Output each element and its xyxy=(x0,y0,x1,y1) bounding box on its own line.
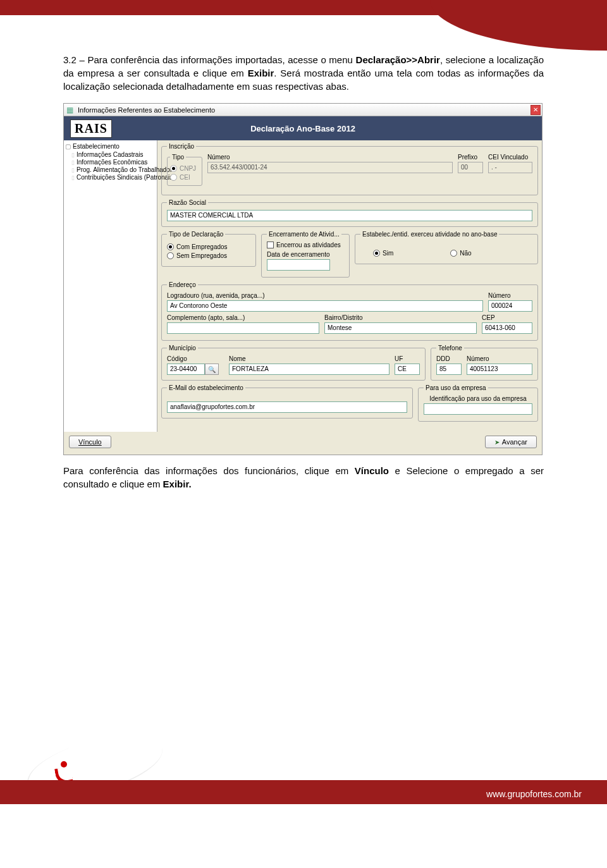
ddd-label: DDD xyxy=(436,355,462,362)
endereco-legend: Endereço xyxy=(167,281,198,288)
fieldset-inscricao: Inscrição Tipo CNPJ CEI xyxy=(161,143,538,195)
radio-icon xyxy=(167,243,174,250)
data-encerr-label: Data de encerramento xyxy=(267,251,344,258)
end-num-label: Número xyxy=(488,292,532,299)
dialog-footer: Vínculo Avançar xyxy=(64,432,542,455)
municipio-legend: Município xyxy=(167,345,198,351)
uso-emp-label: Identificação para uso da empresa xyxy=(424,395,532,402)
inscricao-legend: Inscrição xyxy=(167,143,196,150)
avancar-button[interactable]: Avançar xyxy=(485,436,537,448)
cep-label: CEP xyxy=(482,314,532,321)
razao-legend: Razão Social xyxy=(167,199,208,206)
bairro-input[interactable]: Montese xyxy=(324,322,477,334)
logr-label: Logradouro (rua, avenida, praça...) xyxy=(167,292,483,299)
data-encerr-input[interactable] xyxy=(267,259,330,271)
compl-label: Complemento (apto, sala...) xyxy=(167,314,319,321)
footer-url: www.grupofortes.com.br xyxy=(486,789,582,799)
banner-title: Declaração Ano-Base 2012 xyxy=(250,124,355,133)
exerceu-legend: Estabelec./entid. exerceu atividade no a… xyxy=(360,231,499,238)
uso-emp-input[interactable] xyxy=(424,403,532,415)
tree-pane: Estabelecimento Informações Cadastrais I… xyxy=(64,140,157,432)
fieldset-telefone: Telefone DDD 85 Número 40051123 xyxy=(431,345,538,381)
prefixo-label: Prefixo xyxy=(458,154,483,161)
radio-com-empregados[interactable]: Com Empregados xyxy=(167,243,250,250)
app-banner: RAIS Declaração Ano-Base 2012 xyxy=(64,116,542,140)
arrow-right-icon xyxy=(494,438,500,446)
end-num-input[interactable]: 000024 xyxy=(488,300,532,312)
cep-input[interactable]: 60413-060 xyxy=(482,322,532,334)
fieldset-encerramento: Encerramento de Ativid... Encerrou as at… xyxy=(261,231,350,278)
tree-item-sindicais[interactable]: Contribuições Sindicais (Patronais) xyxy=(65,174,156,181)
radio-cei[interactable]: CEI xyxy=(170,174,199,181)
logr-input[interactable]: Av Contorono Oeste xyxy=(167,300,483,312)
app-screenshot: Informações Referentes ao Estabeleciment… xyxy=(63,103,543,455)
form-pane: Inscrição Tipo CNPJ CEI xyxy=(157,140,542,432)
radio-sem-empregados[interactable]: Sem Empregados xyxy=(167,252,250,259)
nome-input[interactable]: FORTALEZA xyxy=(229,364,389,375)
fieldset-endereco: Endereço Logradouro (rua, avenida, praça… xyxy=(161,281,538,341)
tipo-decl-legend: Tipo de Declaração xyxy=(167,231,225,238)
razao-input[interactable]: MASTER COMERCIAL LTDA xyxy=(167,210,532,221)
tree-root[interactable]: Estabelecimento xyxy=(65,143,156,150)
window-titlebar: Informações Referentes ao Estabeleciment… xyxy=(64,104,542,116)
radio-icon xyxy=(170,165,177,172)
vinculo-button[interactable]: Vínculo xyxy=(69,436,111,448)
fieldset-email: E-Mail do estabelecimento anaflavia@grup… xyxy=(161,384,413,419)
magnifier-icon: 🔍 xyxy=(208,366,216,373)
email-legend: E-Mail do estabelecimento xyxy=(167,384,245,391)
radio-icon xyxy=(167,252,174,259)
checkbox-icon xyxy=(267,241,274,248)
fieldset-exerceu: Estabelec./entid. exerceu atividade no a… xyxy=(355,231,538,264)
cei-vinc-input[interactable]: . - xyxy=(488,162,532,173)
close-icon[interactable]: ✕ xyxy=(530,105,541,115)
tel-num-input[interactable]: 40051123 xyxy=(467,364,532,375)
fieldset-municipio: Município Código 23-04400 🔍 Nome xyxy=(161,345,426,381)
ddd-input[interactable]: 85 xyxy=(436,364,462,375)
radio-nao[interactable]: Não xyxy=(450,250,471,257)
doc-footer: FORTES www.grupofortes.com.br xyxy=(0,728,607,804)
encerr-legend: Encerramento de Ativid... xyxy=(267,231,341,238)
paragraph-2: Para conferência das informações dos fun… xyxy=(63,464,544,491)
tree-item-cadastrais[interactable]: Informações Cadastrais xyxy=(65,151,156,158)
compl-input[interactable] xyxy=(167,322,319,334)
telefone-legend: Telefone xyxy=(436,345,464,351)
tipo-legend: Tipo xyxy=(170,154,186,161)
prefixo-input[interactable]: 00 xyxy=(458,162,483,173)
fieldset-uso-empresa: Para uso da empresa Identificação para u… xyxy=(418,384,538,422)
fieldset-tipo: Tipo CNPJ CEI xyxy=(167,154,202,186)
tel-num-label: Número xyxy=(467,355,532,362)
radio-icon xyxy=(170,174,177,181)
cod-label: Código xyxy=(167,355,224,362)
check-encerrou[interactable]: Encerrou as atividades xyxy=(267,241,344,248)
window-title: Informações Referentes ao Estabeleciment… xyxy=(78,106,215,114)
rais-logo: RAIS xyxy=(70,119,112,138)
zoom-button[interactable]: 🔍 xyxy=(205,364,219,375)
radio-cnpj[interactable]: CNPJ xyxy=(170,165,199,172)
radio-icon xyxy=(450,250,457,257)
fieldset-tipo-declaracao: Tipo de Declaração Com Empregados Sem Em… xyxy=(161,231,256,267)
radio-icon xyxy=(373,250,380,257)
tree-item-economicas[interactable]: Informações Econômicas xyxy=(65,159,156,166)
tree-item-alimentacao[interactable]: Prog. Alimentação do Trabalhador xyxy=(65,166,156,173)
cod-input[interactable]: 23-04400 xyxy=(167,364,205,375)
paragraph-1: 3.2 – Para conferência das informações i… xyxy=(63,53,544,93)
window-icon xyxy=(66,106,75,114)
uf-label: UF xyxy=(395,355,420,362)
email-input[interactable]: anaflavia@grupofortes.com.br xyxy=(167,401,407,413)
nome-label: Nome xyxy=(229,355,389,362)
uso-emp-legend: Para uso da empresa xyxy=(424,384,488,391)
bairro-label: Bairro/Distrito xyxy=(324,314,477,321)
radio-sim[interactable]: Sim xyxy=(373,250,393,257)
numero-label: Número xyxy=(207,154,453,161)
numero-input[interactable]: 63.542.443/0001-24 xyxy=(207,162,453,173)
cei-vinc-label: CEI Vinculado xyxy=(488,154,532,161)
fieldset-razao: Razão Social MASTER COMERCIAL LTDA xyxy=(161,199,538,227)
uf-input[interactable]: CE xyxy=(395,364,420,375)
